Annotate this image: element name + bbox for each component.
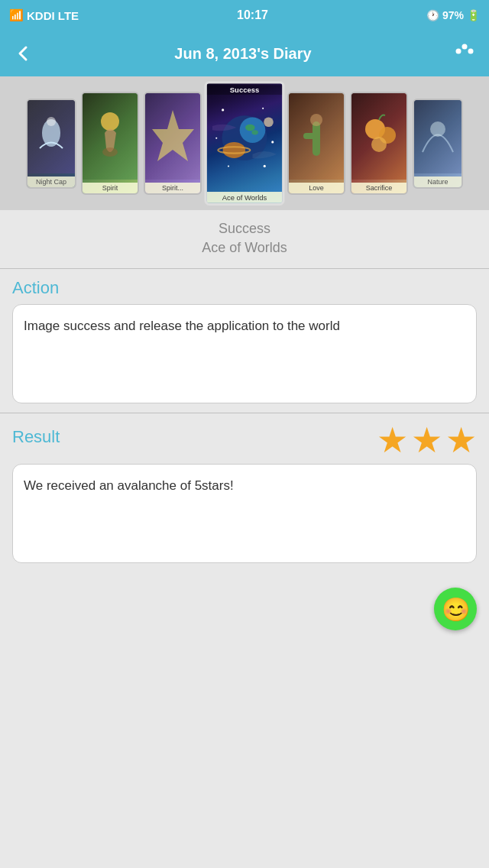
- bottom-area: 😊: [0, 572, 489, 653]
- card-title-display: Success: [0, 221, 489, 237]
- star-3: ★: [445, 423, 477, 458]
- card-label: Spirit: [83, 183, 138, 193]
- star-1: ★: [377, 423, 408, 458]
- carousel-track: Night Cap Spirit Spirit...: [20, 84, 469, 202]
- action-section: Action Image success and release the app…: [0, 270, 489, 413]
- divider-2: [0, 413, 489, 413]
- back-button[interactable]: [12, 43, 34, 64]
- svg-point-17: [215, 137, 217, 138]
- smile-button[interactable]: 😊: [434, 588, 477, 630]
- carrier-text: KDDI LTE: [27, 9, 79, 22]
- card-label: Spirit...: [145, 183, 200, 193]
- svg-point-5: [101, 112, 119, 131]
- center-card-top-label: Success: [207, 85, 283, 95]
- list-item[interactable]: Success: [205, 81, 285, 206]
- action-menu-button[interactable]: [452, 40, 477, 67]
- action-text-box[interactable]: Image success and release the applicatio…: [12, 304, 477, 403]
- svg-rect-21: [303, 133, 320, 139]
- stars-rating[interactable]: ★ ★ ★: [377, 423, 477, 458]
- list-item[interactable]: Nature: [413, 99, 463, 189]
- svg-point-15: [262, 107, 264, 108]
- card-label: Night Cap: [28, 177, 75, 187]
- svg-point-0: [456, 48, 461, 53]
- card-carousel[interactable]: Night Cap Spirit Spirit...: [0, 76, 489, 210]
- carrier-info: 📶 KDDI LTE: [9, 8, 79, 22]
- signal-icon: 📶: [9, 8, 24, 22]
- center-card-label: Ace of Worlds: [207, 192, 283, 203]
- result-text-box[interactable]: We received an avalanche of 5stars!: [12, 464, 477, 563]
- svg-point-12: [251, 130, 257, 134]
- svg-point-19: [264, 164, 266, 167]
- svg-point-13: [264, 117, 274, 127]
- card-label: Nature: [414, 177, 461, 187]
- status-bar: 📶 KDDI LTE 10:17 🕐 97% 🔋: [0, 0, 489, 31]
- divider-1: [0, 268, 489, 269]
- result-label: Result: [12, 427, 60, 447]
- page-title: Jun 8, 2013's Diary: [34, 45, 452, 63]
- status-time: 10:17: [237, 8, 268, 22]
- smile-icon: 😊: [442, 596, 470, 623]
- battery-info: 🕐 97% 🔋: [426, 9, 480, 21]
- svg-point-22: [310, 114, 322, 126]
- card-label: Sacrifice: [351, 183, 406, 193]
- clock-icon: 🕐: [426, 9, 439, 21]
- svg-point-4: [47, 117, 56, 126]
- svg-point-25: [371, 137, 387, 152]
- battery-text: 97%: [442, 9, 464, 21]
- svg-point-8: [223, 141, 245, 157]
- list-item[interactable]: Sacrifice: [350, 92, 408, 195]
- svg-point-18: [228, 165, 229, 167]
- list-item[interactable]: Night Cap: [26, 99, 76, 189]
- result-text: We received an avalanche of 5stars!: [24, 478, 234, 493]
- nav-bar: Jun 8, 2013's Diary: [0, 31, 489, 76]
- result-section: Result ★ ★ ★ We received an avalanche of…: [0, 415, 489, 572]
- svg-point-1: [462, 44, 468, 49]
- subtitle-section: Success Ace of Worlds: [0, 210, 489, 268]
- card-label: Love: [289, 183, 344, 193]
- action-text: Image success and release the applicatio…: [24, 319, 340, 333]
- card-subtitle-display: Ace of Worlds: [0, 240, 489, 256]
- list-item[interactable]: Spirit...: [144, 92, 202, 195]
- svg-point-6: [102, 147, 118, 157]
- star-2: ★: [411, 423, 442, 458]
- list-item[interactable]: Love: [287, 92, 345, 195]
- svg-point-2: [468, 48, 474, 53]
- list-item[interactable]: Spirit: [81, 92, 139, 195]
- battery-icon: 🔋: [467, 9, 480, 21]
- svg-point-11: [245, 124, 255, 130]
- action-label: Action: [12, 278, 477, 298]
- result-header: Result ★ ★ ★: [12, 423, 477, 458]
- svg-point-16: [271, 141, 274, 143]
- svg-point-14: [222, 108, 224, 111]
- svg-point-26: [430, 121, 445, 137]
